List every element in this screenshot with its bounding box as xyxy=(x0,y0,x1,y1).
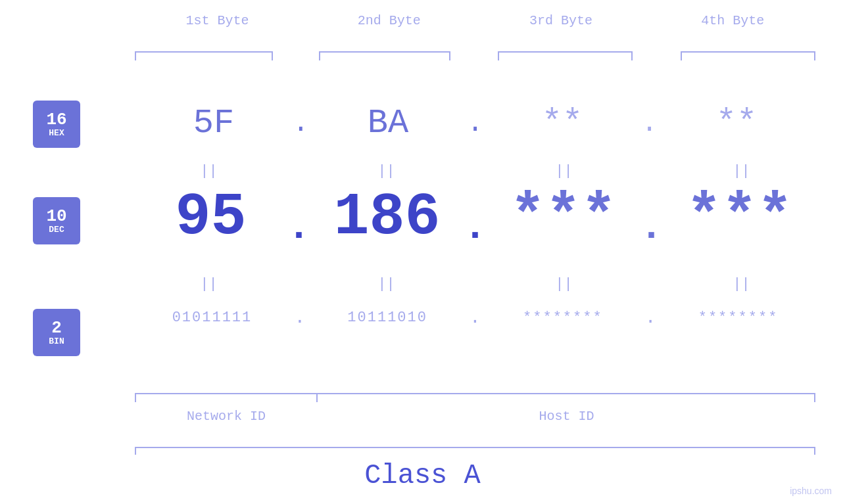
hex-dot-3: . xyxy=(641,108,658,139)
hex-dot-1: . xyxy=(293,108,309,139)
top-bracket-1 xyxy=(135,51,273,53)
bin-dot-2: . xyxy=(470,308,481,328)
eq-3: || xyxy=(492,163,637,179)
top-bracket-2 xyxy=(319,51,450,53)
hex-val-1: 5F xyxy=(141,104,286,143)
eq2-3: || xyxy=(492,276,637,292)
dec-dot-2: . xyxy=(463,185,487,250)
network-bracket-left xyxy=(135,393,136,402)
eq-1: || xyxy=(137,163,281,179)
hex-dot-2: . xyxy=(467,108,483,139)
main-container: 1st Byte 2nd Byte 3rd Byte 4th Byte 16 H… xyxy=(0,0,845,504)
top-bracket-2-left xyxy=(319,51,320,60)
top-bracket-4 xyxy=(681,51,815,53)
bin-badge-num: 2 xyxy=(51,319,62,336)
host-id-label: Host ID xyxy=(318,409,815,424)
dec-dot-1: . xyxy=(287,185,310,250)
bin-row: 01011111 . 10111010 . ******** . *******… xyxy=(132,308,819,328)
byte-header-4: 4th Byte xyxy=(660,13,805,28)
bin-val-3: ******** xyxy=(491,309,635,326)
bin-dot-3: . xyxy=(645,308,656,328)
byte-header-2: 2nd Byte xyxy=(317,13,462,28)
dec-val-1: 95 xyxy=(138,184,283,251)
dec-val-3: *** xyxy=(491,184,635,251)
network-bracket-right xyxy=(316,393,318,402)
equals-row-2: || || || || xyxy=(132,276,819,292)
bin-val-4: ******** xyxy=(666,309,811,326)
hex-val-3: ** xyxy=(490,104,635,143)
top-bracket-1-left xyxy=(135,51,136,60)
top-bracket-1-right xyxy=(272,51,273,60)
equals-row-1: || || || || xyxy=(132,163,819,179)
hex-row: 5F . BA . ** . ** xyxy=(132,104,819,143)
bin-badge-lbl: BIN xyxy=(49,336,64,346)
top-bracket-4-right xyxy=(814,51,815,60)
bin-dot-1: . xyxy=(294,308,305,328)
top-bracket-3-left xyxy=(498,51,499,60)
class-bracket xyxy=(135,447,815,448)
hex-badge-num: 16 xyxy=(46,111,66,128)
top-bracket-2-right xyxy=(449,51,450,60)
hex-badge-lbl: HEX xyxy=(49,128,64,138)
watermark: ipshu.com xyxy=(790,486,832,496)
eq-4: || xyxy=(669,163,814,179)
hex-val-4: ** xyxy=(664,104,809,143)
host-bracket xyxy=(318,393,815,394)
byte-header-1: 1st Byte xyxy=(145,13,290,28)
class-bracket-right xyxy=(814,447,815,455)
hex-badge: 16 HEX xyxy=(33,101,80,148)
eq-2: || xyxy=(314,163,459,179)
bin-badge: 2 BIN xyxy=(33,309,80,356)
bin-val-1: 01011111 xyxy=(139,309,284,326)
host-bracket-right xyxy=(814,393,815,402)
dec-val-4: *** xyxy=(667,184,811,251)
top-bracket-3-right xyxy=(631,51,633,60)
eq2-4: || xyxy=(669,276,814,292)
class-label: Class A xyxy=(364,460,480,492)
network-bracket xyxy=(135,393,318,394)
dec-val-2: 186 xyxy=(314,184,459,251)
hex-val-2: BA xyxy=(316,104,460,143)
dec-dot-3: . xyxy=(639,185,663,250)
eq2-2: || xyxy=(314,276,459,292)
top-bracket-3 xyxy=(498,51,633,53)
network-id-label: Network ID xyxy=(135,409,318,424)
dec-badge-num: 10 xyxy=(46,208,66,225)
byte-headers: 1st Byte 2nd Byte 3rd Byte 4th Byte xyxy=(132,13,819,28)
class-bracket-left xyxy=(135,447,136,455)
dec-row: 95 . 186 . *** . *** xyxy=(132,184,819,251)
eq2-1: || xyxy=(137,276,281,292)
byte-header-3: 3rd Byte xyxy=(489,13,633,28)
bin-val-2: 10111010 xyxy=(315,309,460,326)
dec-badge: 10 DEC xyxy=(33,197,80,244)
top-bracket-4-left xyxy=(681,51,682,60)
dec-badge-lbl: DEC xyxy=(49,225,64,235)
